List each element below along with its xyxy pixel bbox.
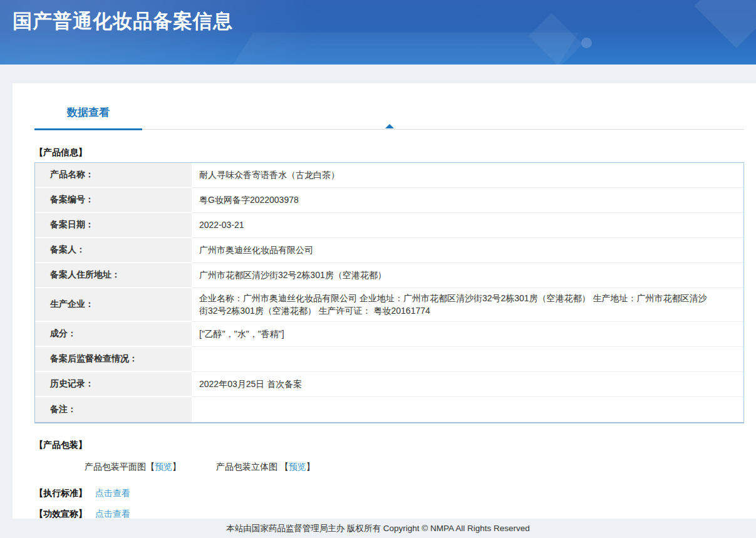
row-label: 备案人住所地址： xyxy=(35,263,192,288)
row-value: 企业名称：广州市奥迪丝化妆品有限公司 企业地址：广州市花都区清沙街32号2栋30… xyxy=(192,288,743,322)
table-row-manufacturer: 生产企业： 企业名称：广州市奥迪丝化妆品有限公司 企业地址：广州市花都区清沙街3… xyxy=(35,288,743,322)
row-label: 成分： xyxy=(35,322,192,347)
footer-copyright-text: 本站由国家药品监督管理局主办 版权所有 Copyright © NMPA All… xyxy=(226,523,530,534)
banner-decor-diamond xyxy=(529,13,583,65)
packaging-flat-image-item: 产品包装平面图【预览】 xyxy=(85,462,181,473)
table-row-registrant-address: 备案人住所地址： 广州市花都区清沙街32号2栋301房（空港花都） xyxy=(35,263,743,288)
section-title-efficacy: 【功效宣称】 xyxy=(34,509,87,520)
tab-bar: 数据查看 xyxy=(34,105,744,130)
section-title-packaging: 【产品包装】 xyxy=(34,440,744,451)
table-row-ingredients: 成分： ["乙醇"，"水"，"香精"] xyxy=(35,322,743,347)
packaging-flat-preview-link[interactable]: 预览 xyxy=(155,462,172,472)
efficacy-view-link[interactable]: 点击查看 xyxy=(95,509,130,520)
table-row-registrant: 备案人： 广州市奥迪丝化妆品有限公司 xyxy=(35,238,743,263)
row-label: 产品名称： xyxy=(35,163,192,188)
row-label: 备案编号： xyxy=(35,188,192,213)
banner-decor-corner xyxy=(694,0,756,48)
row-value: 广州市花都区清沙街32号2栋301房（空港花都） xyxy=(192,263,743,288)
row-value xyxy=(192,397,743,422)
banner-decor-circle xyxy=(581,38,592,48)
content-card: 数据查看 【产品信息】 产品名称： 耐人寻味众香寄语香水（古龙白茶） 备案编号：… xyxy=(13,83,756,519)
page-banner: 国产普通化妆品备案信息 xyxy=(0,0,756,65)
row-value: 粤G妆网备字2022003978 xyxy=(192,188,743,213)
standard-view-link[interactable]: 点击查看 xyxy=(95,488,130,499)
packaging-links-row: 产品包装平面图【预览】 产品包装立体图 【预览】 xyxy=(34,462,744,473)
table-row-record-date: 备案日期： 2022-03-21 xyxy=(35,213,743,238)
row-label: 备案后监督检查情况： xyxy=(35,347,192,372)
tab-active-caret-icon xyxy=(385,124,394,128)
table-row-post-record-inspection: 备案后监督检查情况： xyxy=(35,347,743,372)
packaging-flat-label: 产品包装平面图【 xyxy=(85,462,155,472)
row-label: 历史记录： xyxy=(35,372,192,397)
tab-data-view[interactable]: 数据查看 xyxy=(34,105,142,129)
row-value xyxy=(192,347,743,372)
section-title-product-info: 【产品信息】 xyxy=(34,147,744,158)
banner-decor-polygon xyxy=(210,33,579,65)
row-label: 生产企业： xyxy=(35,288,192,322)
row-label: 备注： xyxy=(35,397,192,422)
packaging-3d-label-close: 】 xyxy=(306,462,315,472)
section-title-standard: 【执行标准】 xyxy=(34,488,87,499)
row-label: 备案人： xyxy=(35,238,192,263)
row-value: 2022年03月25日 首次备案 xyxy=(192,372,743,397)
efficacy-row: 【功效宣称】 点击查看 xyxy=(34,509,744,520)
page-footer: 本站由国家药品监督管理局主办 版权所有 Copyright © NMPA All… xyxy=(0,519,756,538)
standard-row: 【执行标准】 点击查看 xyxy=(34,488,744,499)
packaging-3d-image-item: 产品包装立体图 【预览】 xyxy=(216,462,315,473)
table-row-product-name: 产品名称： 耐人寻味众香寄语香水（古龙白茶） xyxy=(35,163,743,188)
page-title: 国产普通化妆品备案信息 xyxy=(13,8,233,34)
row-value: 2022-03-21 xyxy=(192,213,743,238)
tab-active-underline xyxy=(34,128,142,130)
row-label: 备案日期： xyxy=(35,213,192,238)
row-value: ["乙醇"，"水"，"香精"] xyxy=(192,322,743,347)
table-row-record-number: 备案编号： 粤G妆网备字2022003978 xyxy=(35,188,743,213)
packaging-3d-label: 产品包装立体图 【 xyxy=(216,462,289,472)
table-row-history: 历史记录： 2022年03月25日 首次备案 xyxy=(35,372,743,397)
packaging-3d-preview-link[interactable]: 预览 xyxy=(289,462,306,472)
table-row-remarks: 备注： xyxy=(35,397,743,422)
packaging-flat-label-close: 】 xyxy=(172,462,181,472)
row-value: 耐人寻味众香寄语香水（古龙白茶） xyxy=(192,163,743,188)
row-value: 广州市奥迪丝化妆品有限公司 xyxy=(192,238,743,263)
product-info-table: 产品名称： 耐人寻味众香寄语香水（古龙白茶） 备案编号： 粤G妆网备字20220… xyxy=(34,162,744,423)
